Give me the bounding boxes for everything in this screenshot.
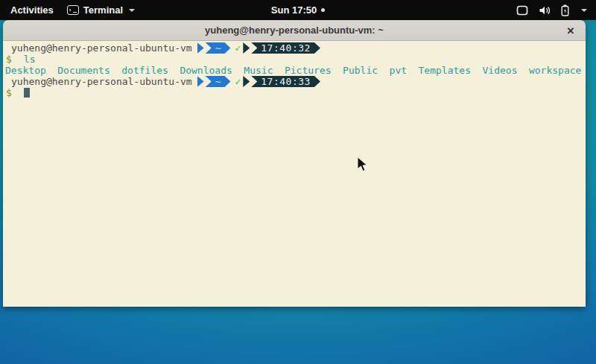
volume-icon: [539, 5, 551, 16]
directory-entry: Videos: [483, 65, 518, 76]
screen-icon: [516, 5, 528, 16]
directory-entry: Downloads: [180, 65, 232, 76]
notification-dot-icon: [321, 8, 325, 12]
directory-entry: Desktop: [5, 65, 46, 76]
ls-output-line: Desktop Documents dotfiles Downloads Mus…: [5, 65, 586, 76]
prompt-char: $: [5, 87, 12, 98]
terminal-window: yuheng@henry-personal-ubuntu-vm: ~ ✕ yuh…: [3, 20, 586, 307]
directory-entry: Public: [343, 65, 378, 76]
typed-command: ls: [24, 54, 36, 65]
prompt-char: $: [5, 54, 12, 65]
directory-entry: Pictures: [285, 65, 332, 76]
powerline-arrow-icon: [243, 42, 250, 54]
app-menu-label: Terminal: [83, 4, 123, 16]
powerline-arrow-icon: [197, 76, 204, 87]
system-status-area[interactable]: [516, 4, 596, 16]
prompt-user-host: yuheng@henry-personal-ubuntu-vm: [5, 42, 192, 54]
directory-entry: Documents: [57, 65, 110, 76]
terminal-app-icon: ›: [67, 5, 79, 15]
chevron-down-icon: [581, 9, 587, 12]
battery-charging-icon: [561, 4, 569, 16]
status-check-icon: ✓: [235, 76, 241, 87]
command-line: $ ls: [5, 54, 586, 65]
text-cursor: [24, 88, 30, 98]
prompt-directory: ~: [206, 76, 231, 87]
close-button[interactable]: ✕: [562, 20, 580, 41]
directory-entry: Music: [244, 65, 273, 76]
top-bar: Activities › Terminal Sun 17:50: [0, 0, 596, 20]
chevron-down-icon: [129, 9, 135, 12]
prompt-timestamp: 17:40:32: [251, 42, 320, 54]
status-check-icon: ✓: [235, 42, 241, 54]
clock[interactable]: Sun 17:50: [271, 4, 317, 16]
activities-button[interactable]: Activities: [7, 3, 57, 17]
input-line: $: [5, 87, 586, 98]
directory-entry: Templates: [419, 65, 471, 76]
prompt-user-host: yuheng@henry-personal-ubuntu-vm: [5, 76, 192, 87]
prompt-directory: ~: [206, 42, 231, 54]
prompt-line: yuheng@henry-personal-ubuntu-vm ~ ✓ 17:4…: [5, 76, 586, 87]
directory-entry: pvt: [390, 65, 407, 76]
powerline-arrow-icon: [197, 42, 204, 54]
window-title: yuheng@henry-personal-ubuntu-vm: ~: [205, 25, 384, 36]
desktop: { "top_bar": { "activities_label": "Acti…: [0, 0, 596, 364]
app-menu-terminal[interactable]: › Terminal: [67, 4, 135, 16]
terminal-screen[interactable]: yuheng@henry-personal-ubuntu-vm ~ ✓ 17:4…: [3, 41, 586, 307]
prompt-timestamp: 17:40:33: [251, 76, 320, 87]
prompt-line: yuheng@henry-personal-ubuntu-vm ~ ✓ 17:4…: [5, 42, 586, 54]
directory-entry: workspace: [529, 65, 581, 76]
window-titlebar[interactable]: yuheng@henry-personal-ubuntu-vm: ~ ✕: [3, 20, 586, 41]
directory-entry: dotfiles: [121, 65, 168, 76]
powerline-arrow-icon: [243, 76, 250, 87]
